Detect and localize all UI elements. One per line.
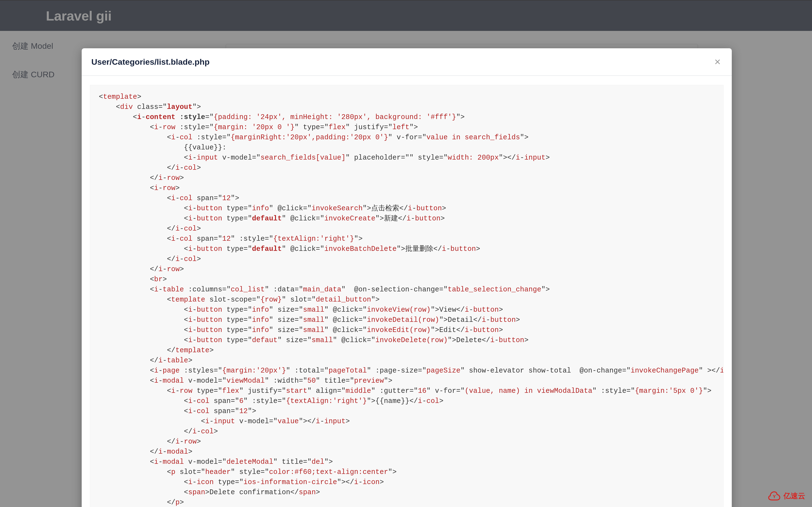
code-preview-modal: User/Categories/list.blade.php × <templa… bbox=[82, 48, 732, 507]
close-icon[interactable]: × bbox=[713, 56, 722, 67]
watermark-logo-icon: Y bbox=[767, 489, 781, 503]
modal-title: User/Categories/list.blade.php bbox=[91, 57, 209, 67]
watermark: Y 亿速云 bbox=[767, 489, 805, 503]
modal-header: User/Categories/list.blade.php × bbox=[82, 48, 732, 76]
modal-body: <template> <div class="layout"> <i-conte… bbox=[82, 76, 732, 507]
svg-text:Y: Y bbox=[773, 494, 776, 499]
code-block[interactable]: <template> <div class="layout"> <i-conte… bbox=[90, 85, 723, 507]
watermark-text: 亿速云 bbox=[783, 491, 805, 501]
